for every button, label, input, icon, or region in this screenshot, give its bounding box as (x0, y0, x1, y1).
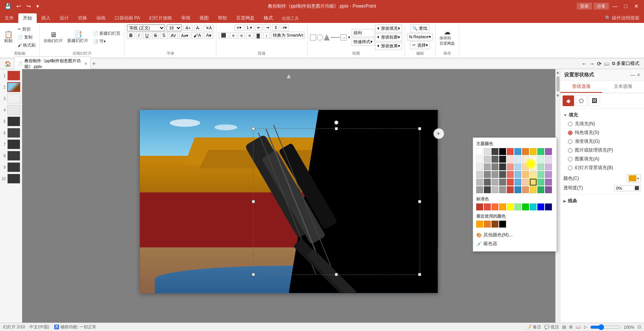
eyedropper-button[interactable]: 💉 吸色器 (476, 239, 553, 248)
select-button[interactable]: ☞ 选择▾ (410, 41, 430, 49)
fill-button[interactable]: ▾ 形状填充▾ (375, 24, 402, 32)
redo-icon[interactable]: ↪ (25, 2, 32, 10)
font-size-increase[interactable]: A+ (183, 25, 193, 31)
format-painter-button[interactable]: 🖌 格式刷 (16, 42, 37, 49)
bullets-button[interactable]: ≡▾ (235, 24, 243, 31)
color-green[interactable] (537, 148, 544, 155)
shape-triangle[interactable] (324, 34, 330, 40)
slide-thumb-3[interactable]: 3 (2, 94, 20, 103)
align-button[interactable]: ≡▾ (281, 24, 289, 31)
indent-decrease[interactable]: ⇤ (255, 24, 263, 31)
indent-increase[interactable]: ⇥ (264, 24, 271, 31)
cut-button[interactable]: ✂ 剪切 (16, 26, 37, 33)
back-nav-icon[interactable]: ← (582, 61, 587, 67)
highlight-button[interactable]: 🖌A (191, 32, 203, 39)
tab-design[interactable]: 设计 (55, 13, 73, 23)
clear-format-button[interactable]: ✕A (204, 25, 214, 31)
document-tab[interactable]: 📄 教你制作《ppt制作创意图片功能》.pptx × (14, 57, 91, 71)
scroll-thumb[interactable] (556, 76, 560, 92)
text-direction-button[interactable]: ⇕ (272, 24, 279, 31)
slide-thumb-7[interactable]: 7 (2, 139, 20, 149)
slide-thumb-5[interactable]: 5 (2, 116, 20, 126)
fill-solid-option[interactable]: 纯色填充(S) (568, 129, 641, 136)
radio-background[interactable] (568, 166, 573, 170)
tab-animations[interactable]: 动画 (92, 13, 110, 23)
fill-background-option[interactable]: 幻灯片背景填充(B) (568, 165, 641, 171)
multi-mode-icon[interactable]: ⧉ 多窗口模式 (612, 60, 639, 67)
view-normal[interactable]: ▤ (562, 325, 566, 329)
radio-solid[interactable] (568, 131, 573, 135)
arrange-button[interactable]: 排列 (352, 29, 375, 37)
columns-button[interactable]: ▓ (255, 32, 262, 39)
tab-slideshow[interactable]: 幻灯片放映 (144, 13, 177, 23)
find-button[interactable]: 🔍 查找 (410, 24, 429, 32)
online-slides-button[interactable]: 🖥 在线幻灯片 (42, 31, 64, 44)
color-black[interactable] (499, 148, 506, 155)
tab-search[interactable]: 🔍 操作说明搜索 (600, 13, 644, 23)
notes-button[interactable]: 📝 备注 (526, 324, 541, 330)
panel-minimize-button[interactable]: — (630, 72, 636, 78)
more-colors-button[interactable]: 🎨 其他颜色(M)... (476, 231, 553, 239)
quick-styles-button[interactable]: 快速样式▾ (352, 38, 375, 46)
color-white[interactable] (476, 148, 483, 155)
tab-help[interactable]: 帮助 (213, 13, 232, 23)
view-reading[interactable]: 📖 (576, 325, 581, 329)
slide-thumb-8[interactable]: 8 (2, 151, 20, 161)
tab-home[interactable]: 开始 (18, 13, 37, 23)
font-size-select[interactable]: 18 (167, 24, 182, 31)
minimize-button[interactable]: — (610, 3, 620, 10)
fill-picture-option[interactable]: 图片或纹理填充(P) (568, 147, 641, 153)
tab-view[interactable]: 视图 (195, 13, 213, 23)
numbering-button[interactable]: 1.▾ (245, 24, 254, 31)
tab-close-button[interactable]: × (84, 61, 87, 66)
slide-thumb-4[interactable]: 4 (2, 105, 20, 115)
font-size-decrease[interactable]: A- (194, 25, 202, 31)
color-lightgray[interactable] (484, 148, 491, 155)
comments-button[interactable]: 💬 批注 (544, 324, 559, 330)
align-right[interactable]: ≡ (238, 32, 245, 39)
smartart-button[interactable]: 转换为 SmartArt (271, 32, 305, 39)
case-button[interactable]: Aa▾ (179, 32, 190, 39)
view-grid[interactable]: ⊞ (569, 325, 573, 329)
radio-none[interactable] (568, 122, 573, 126)
color-red[interactable] (507, 148, 514, 155)
panel-icon-shape[interactable]: ⬠ (576, 95, 587, 106)
login-button[interactable]: 登录 (577, 3, 592, 10)
color-darkgray[interactable] (492, 148, 498, 155)
shape-more[interactable]: ▾ (347, 34, 351, 40)
tab-format[interactable]: 格式 (259, 13, 277, 23)
align-center[interactable]: ≡ (230, 32, 237, 39)
qa-more-icon[interactable]: ▾ (35, 2, 41, 10)
new-page-button[interactable]: 📄 新建幻灯页 (91, 30, 122, 37)
fill-section-header[interactable]: ▼ 填充 (563, 112, 641, 118)
tab-file[interactable]: 文件 (0, 13, 18, 23)
undo-icon[interactable]: ↩ (15, 2, 23, 10)
strikethrough-button[interactable]: S (152, 32, 159, 39)
share-button[interactable]: 分享 (594, 3, 609, 10)
outline-button[interactable]: ▾ 形状轮廓▾ (375, 33, 402, 41)
panel-icon-fill[interactable]: ◆ (563, 95, 574, 106)
view-slideshow[interactable]: ▷ (584, 325, 587, 329)
panel-tab-shape[interactable]: 形状选项 (560, 81, 602, 93)
fit-page-button[interactable]: ⊡ (638, 325, 641, 329)
transparency-input[interactable]: 0% ⬛ (614, 185, 641, 191)
new-slide-button[interactable]: 📑 新建幻灯片 (66, 30, 90, 44)
tab-baidu[interactable]: 百度网盘 (232, 13, 259, 23)
italic-button[interactable]: I (136, 32, 142, 39)
line-section-header[interactable]: ▶ 线条 (563, 198, 641, 204)
spacing-button[interactable]: AV (169, 32, 178, 39)
close-button[interactable]: ✕ (632, 3, 641, 10)
color-purple[interactable] (545, 148, 552, 155)
slide-thumb-10[interactable]: 10 (2, 174, 20, 184)
panel-tab-text[interactable]: 文本选项 (602, 81, 644, 93)
panel-close-button[interactable]: × (637, 72, 640, 78)
tab-review[interactable]: 审阅 (177, 13, 195, 23)
justify[interactable]: ≡ (246, 32, 253, 39)
effects-button[interactable]: ▾ 形状效果▾ (375, 42, 402, 50)
shadow-button[interactable]: S (160, 32, 168, 39)
slide-thumb-1[interactable]: 1 (2, 71, 20, 81)
underline-button[interactable]: U (143, 32, 151, 39)
slide-thumb-9[interactable]: 9 (2, 162, 20, 172)
line-spacing[interactable]: ↕ (263, 32, 270, 39)
shape-arrow[interactable]: → (341, 34, 347, 40)
